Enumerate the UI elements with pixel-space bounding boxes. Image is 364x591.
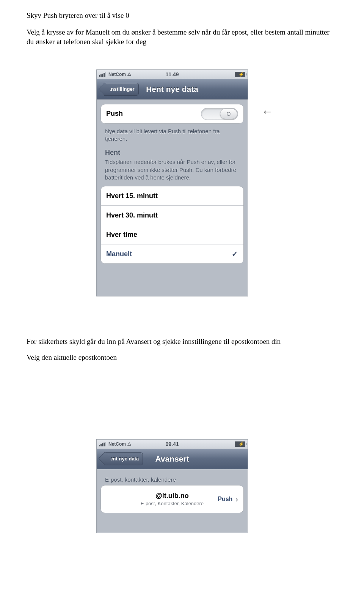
back-button-hent-nye-data[interactable]: Hent nye data bbox=[104, 452, 143, 465]
wifi-icon: ⧋ bbox=[127, 72, 131, 77]
nav-bar: Innstillinger Hent nye data bbox=[97, 79, 248, 99]
account-row[interactable]: @it.uib.no E-post, Kontakter, Kalendere … bbox=[101, 485, 243, 513]
interval-option-label: Hvert 30. minutt bbox=[106, 211, 238, 219]
carrier-label: NetCom bbox=[108, 441, 126, 447]
battery-icon: ⚡ bbox=[235, 72, 245, 77]
interval-option-15[interactable]: Hvert 15. minutt bbox=[101, 186, 243, 205]
interval-option-label: Manuelt bbox=[106, 250, 232, 258]
battery-icon: ⚡ bbox=[235, 441, 245, 447]
interval-option-manuelt[interactable]: Manuelt ✓ bbox=[101, 244, 243, 263]
back-button-label: Hent nye data bbox=[107, 456, 139, 462]
wifi-icon: ⧋ bbox=[127, 441, 131, 446]
push-toggle[interactable]: O bbox=[201, 108, 238, 120]
status-time: 09.41 bbox=[165, 441, 179, 447]
push-row[interactable]: Push O bbox=[101, 104, 243, 123]
push-group: Push O bbox=[100, 104, 244, 124]
chevron-right-icon: › bbox=[235, 495, 238, 504]
accounts-group: @it.uib.no E-post, Kontakter, Kalendere … bbox=[100, 485, 244, 513]
back-button-innstillinger[interactable]: Innstillinger bbox=[104, 83, 139, 96]
interval-option-label: Hvert 15. minutt bbox=[106, 192, 238, 200]
status-bar: NetCom ⧋ 11.49 ⚡ bbox=[97, 70, 248, 79]
interval-option-label: Hver time bbox=[106, 231, 238, 239]
carrier-label: NetCom bbox=[108, 72, 126, 77]
interval-option-30[interactable]: Hvert 30. minutt bbox=[101, 205, 243, 225]
doc-paragraph-3: For sikkerhets skyld går du inn på Avans… bbox=[27, 337, 337, 347]
doc-paragraph-4: Velg den aktuelle epostkontoen bbox=[27, 353, 337, 362]
back-button-label: Innstillinger bbox=[107, 86, 135, 92]
accounts-section-header: E-post, kontakter, kalendere bbox=[100, 474, 244, 485]
signal-icon bbox=[99, 442, 106, 446]
interval-group: Hvert 15. minutt Hvert 30. minutt Hver t… bbox=[100, 186, 244, 264]
interval-option-hour[interactable]: Hver time bbox=[101, 225, 243, 244]
push-toggle-knob: O bbox=[220, 109, 237, 119]
hent-description: Tidsplanen nedenfor brukes når Push er a… bbox=[100, 158, 244, 182]
account-title: @it.uib.no bbox=[155, 492, 189, 500]
phone-screenshot-hent-nye-data: NetCom ⧋ 11.49 ⚡ Innstillinger Hent nye … bbox=[96, 69, 248, 296]
doc-paragraph-1: Skyv Push bryteren over til å vise 0 bbox=[27, 11, 337, 20]
account-value: Push bbox=[218, 496, 232, 503]
screenshots-container: ← NetCom ⧋ 11.49 ⚡ Innstillinger Hent ny… bbox=[27, 69, 337, 525]
hent-header: Hent bbox=[100, 143, 244, 158]
nav-bar: Hent nye data Avansert bbox=[97, 449, 248, 469]
status-bar: NetCom ⧋ 09.41 ⚡ bbox=[97, 440, 248, 449]
arrow-annotation: ← bbox=[262, 105, 273, 118]
signal-icon bbox=[99, 72, 106, 77]
checkmark-icon: ✓ bbox=[232, 249, 238, 258]
account-subtitle: E-post, Kontakter, Kalendere bbox=[141, 501, 204, 506]
push-label: Push bbox=[106, 110, 201, 118]
phone-screenshot-avansert: NetCom ⧋ 09.41 ⚡ Hent nye data Avansert … bbox=[96, 439, 248, 533]
doc-paragraph-2: Velg å krysse av for Manuelt om du ønske… bbox=[27, 27, 337, 47]
push-description: Nye data vil bli levert via Push til tel… bbox=[100, 124, 244, 144]
status-time: 11.49 bbox=[165, 71, 179, 77]
